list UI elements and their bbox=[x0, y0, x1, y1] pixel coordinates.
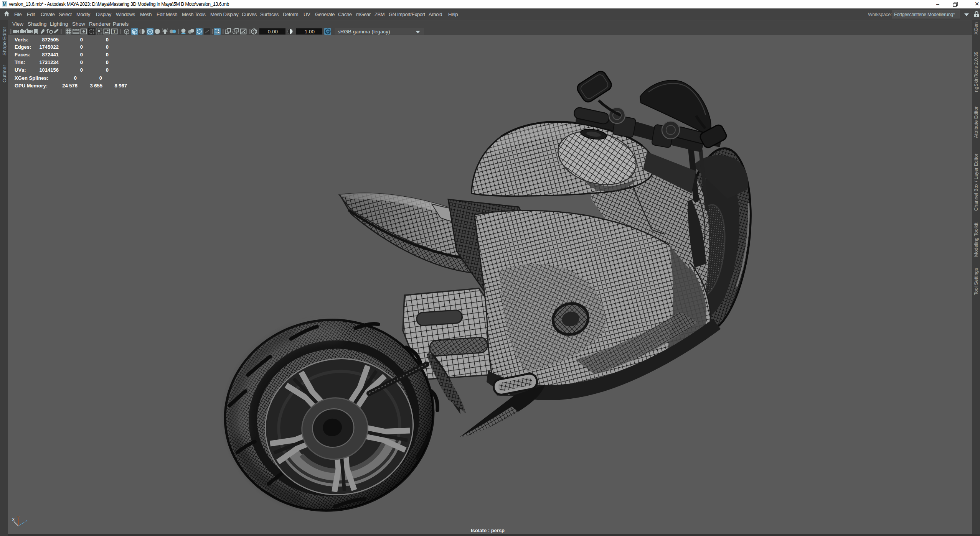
svg-text:y: y bbox=[17, 515, 20, 519]
svg-text:x: x bbox=[12, 517, 15, 521]
svg-text:0.00: 0.00 bbox=[268, 29, 278, 35]
svg-text:1.00: 1.00 bbox=[305, 29, 315, 35]
svg-text:sRGB gamma (legacy): sRGB gamma (legacy) bbox=[338, 29, 390, 35]
svg-text:ON: ON bbox=[325, 30, 330, 33]
svg-text:z: z bbox=[25, 518, 28, 523]
svg-text:T: T bbox=[113, 29, 116, 34]
